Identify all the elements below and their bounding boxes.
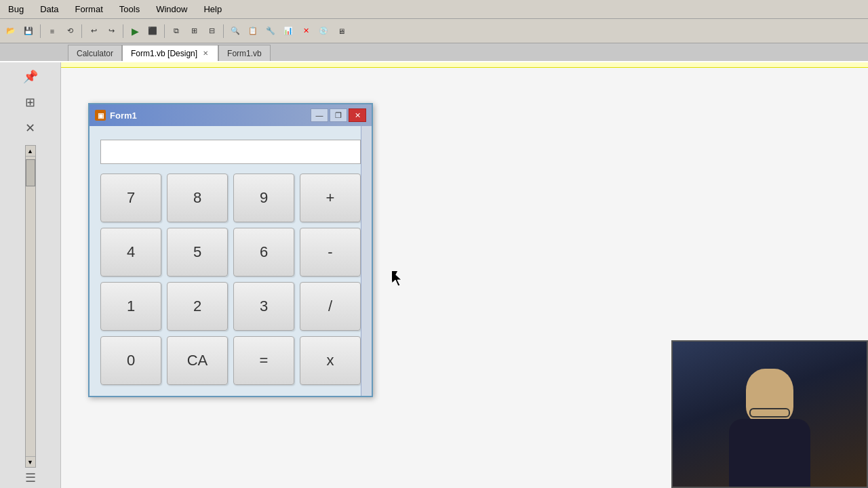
toolbar-btn-undo[interactable]: ↩ xyxy=(85,23,102,39)
form-icon-symbol: ▣ xyxy=(98,112,104,119)
mouse-cursor xyxy=(392,271,406,287)
sidebar-dock-icon[interactable]: ⊞ xyxy=(25,95,35,110)
menu-tools[interactable]: Tools xyxy=(117,3,142,16)
calc-btn-div[interactable]: / xyxy=(300,282,361,331)
calc-btn-4[interactable]: 4 xyxy=(100,228,161,277)
toolbar-btn-j[interactable]: 🖥 xyxy=(333,23,349,39)
sidebar-close-icon[interactable]: ✕ xyxy=(25,121,35,136)
toolbar-btn-run[interactable]: ▶ xyxy=(127,23,143,39)
calc-btn-1[interactable]: 1 xyxy=(100,282,161,331)
menu-format[interactable]: Format xyxy=(73,3,106,16)
toolbar-btn-c[interactable]: ⊟ xyxy=(203,23,220,39)
form-designer-window: ▣ Form1 — ❐ ✕ 789+456-123/0CA=x xyxy=(88,103,373,397)
calc-btn-8[interactable]: 8 xyxy=(167,174,228,222)
tab-form-vb[interactable]: Form1.vb xyxy=(218,45,271,61)
toolbar-sep-5 xyxy=(223,24,224,38)
person-body xyxy=(729,419,810,487)
toolbar-btn-f[interactable]: 🔧 xyxy=(262,23,279,39)
sidebar-scrollbar-thumb xyxy=(26,159,35,186)
tab-form-vb-label: Form1.vb xyxy=(227,49,262,58)
form-close-button[interactable]: ✕ xyxy=(349,108,366,122)
calc-btn-5[interactable]: 5 xyxy=(167,228,228,277)
calc-btn-2[interactable]: 2 xyxy=(167,282,228,331)
tab-form-design-label: Form1.vb [Design] xyxy=(131,49,197,58)
calc-btn-6[interactable]: 6 xyxy=(233,228,294,277)
toolbar-btn-a[interactable]: ⧉ xyxy=(168,23,184,39)
form-title-bar: ▣ Form1 — ❐ ✕ xyxy=(90,104,372,126)
toolbar-btn-1[interactable]: ≡ xyxy=(44,23,60,39)
toolbar-btn-2[interactable]: ⟲ xyxy=(62,23,78,39)
form-body: 789+456-123/0CA=x xyxy=(90,126,372,396)
menu-bug[interactable]: Bug xyxy=(5,3,26,16)
form-scrollbar[interactable] xyxy=(361,126,372,396)
notification-bar xyxy=(61,62,868,68)
form-app-icon: ▣ xyxy=(95,110,106,121)
calc-btn-7[interactable]: 7 xyxy=(100,174,161,222)
tab-form-design-close[interactable]: ✕ xyxy=(201,49,210,58)
toolbar-btn-b[interactable]: ⊞ xyxy=(186,23,202,39)
left-sidebar: 📌 ⊞ ✕ ▼ ▲ ☰ xyxy=(0,62,61,488)
toolbar-sep-4 xyxy=(164,24,165,38)
menu-help[interactable]: Help xyxy=(201,3,224,16)
form-window-controls: — ❐ ✕ xyxy=(311,108,366,122)
sidebar-list-icon[interactable]: ☰ xyxy=(25,470,36,485)
calculator-grid: 789+456-123/0CA=x xyxy=(100,174,361,385)
sidebar-pin-icon[interactable]: 📌 xyxy=(23,69,38,84)
calc-btn-minus[interactable]: - xyxy=(300,228,361,277)
toolbar-sep-1 xyxy=(40,24,41,38)
calc-btn-9[interactable]: 9 xyxy=(233,174,294,222)
calc-btn-eq[interactable]: = xyxy=(233,336,294,385)
calc-btn-CA[interactable]: CA xyxy=(167,336,228,385)
webcam-overlay xyxy=(671,340,868,488)
calc-btn-0[interactable]: 0 xyxy=(100,336,161,385)
form-restore-button[interactable]: ❐ xyxy=(330,108,347,122)
tab-calculator[interactable]: Calculator xyxy=(68,45,122,61)
toolbar-btn-i[interactable]: 💿 xyxy=(315,23,332,39)
person-head xyxy=(746,369,793,423)
menu-window[interactable]: Window xyxy=(153,3,190,16)
toolbar-btn-redo[interactable]: ↪ xyxy=(103,23,119,39)
toolbar-sep-3 xyxy=(123,24,123,38)
toolbar-btn-open[interactable]: 📂 xyxy=(3,23,19,39)
calc-btn-x[interactable]: x xyxy=(300,336,361,385)
toolbar-btn-e[interactable]: 📋 xyxy=(245,23,261,39)
person-glasses xyxy=(749,408,790,418)
scrollbar-arrow-up[interactable]: ▲ xyxy=(26,146,35,157)
toolbar-btn-save[interactable]: 💾 xyxy=(20,23,37,39)
calc-btn-plus[interactable]: + xyxy=(300,174,361,222)
svg-marker-0 xyxy=(392,271,401,286)
sidebar-scrollbar[interactable]: ▼ ▲ xyxy=(25,145,36,468)
tab-form-design[interactable]: Form1.vb [Design] ✕ xyxy=(122,45,218,61)
form-minimize-button[interactable]: — xyxy=(311,108,328,122)
toolbar: 📂 💾 ≡ ⟲ ↩ ↪ ▶ ⬛ ⧉ ⊞ ⊟ 🔍 📋 🔧 📊 ✕ 💿 🖥 xyxy=(0,19,868,43)
toolbar-btn-d[interactable]: 🔍 xyxy=(227,23,243,39)
scrollbar-arrow-down[interactable]: ▼ xyxy=(26,456,35,467)
form-title-text: Form1 xyxy=(110,110,307,121)
toolbar-btn-stop[interactable]: ⬛ xyxy=(144,23,161,39)
tab-calculator-label: Calculator xyxy=(77,49,113,58)
menu-data[interactable]: Data xyxy=(37,3,61,16)
calculator-display[interactable] xyxy=(100,140,361,164)
tabs-bar: Calculator Form1.vb [Design] ✕ Form1.vb xyxy=(0,43,868,62)
toolbar-btn-h[interactable]: ✕ xyxy=(298,23,314,39)
menu-bar: Bug Data Format Tools Window Help xyxy=(0,0,868,19)
toolbar-sep-2 xyxy=(81,24,82,38)
webcam-video xyxy=(673,342,867,487)
toolbar-btn-g[interactable]: 📊 xyxy=(280,23,296,39)
calc-btn-3[interactable]: 3 xyxy=(233,282,294,331)
